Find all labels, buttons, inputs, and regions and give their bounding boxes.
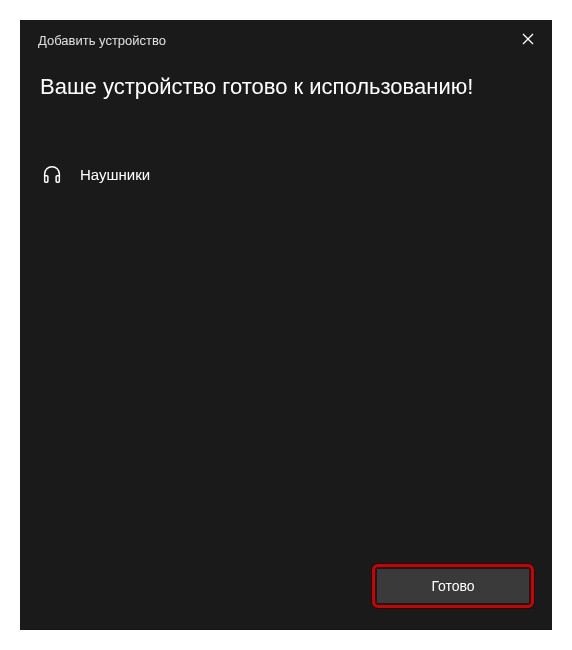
close-icon bbox=[522, 33, 534, 48]
dialog-title: Добавить устройство bbox=[38, 33, 166, 48]
dialog-heading: Ваше устройство готово к использованию! bbox=[40, 74, 532, 100]
headphones-icon bbox=[40, 162, 64, 186]
device-row: Наушники bbox=[40, 158, 532, 190]
done-button-highlight: Готово bbox=[372, 564, 534, 608]
dialog-titlebar: Добавить устройство bbox=[20, 20, 552, 60]
done-button[interactable]: Готово bbox=[377, 569, 529, 603]
done-button-label: Готово bbox=[431, 578, 474, 594]
device-name: Наушники bbox=[80, 166, 150, 183]
close-button[interactable] bbox=[518, 30, 538, 50]
dialog-content: Ваше устройство готово к использованию! … bbox=[20, 60, 552, 564]
dialog-footer: Готово bbox=[20, 564, 552, 630]
add-device-dialog: Добавить устройство Ваше устройство гото… bbox=[20, 20, 552, 630]
